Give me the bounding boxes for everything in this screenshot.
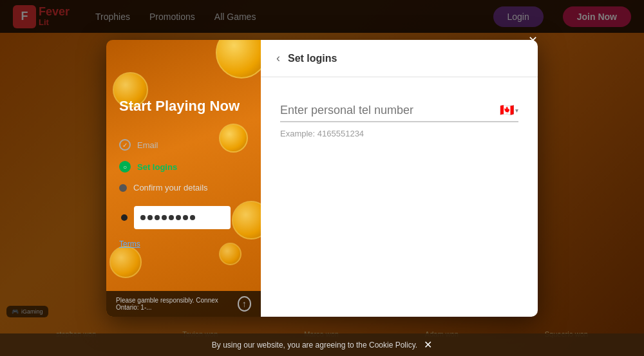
flag-icon: 🇨🇦 [500, 103, 514, 117]
gamble-bar: Please gamble responsibly. Connex Ontari… [106, 291, 261, 317]
step-set-logins: ○ Set logins [119, 156, 248, 178]
step-email-icon: ✓ [119, 139, 131, 151]
modal-left-title: Start Playing Now [119, 98, 248, 115]
cookie-bar: By using our website, you are agreeing t… [0, 333, 644, 356]
back-button[interactable]: ‹ [276, 52, 280, 65]
modal-right-panel: ‹ Set logins 🇨🇦 ▾ Example: 4165551234 [261, 40, 538, 317]
steps-list: ✓ Email ○ Set logins Confirm your detail… [119, 134, 248, 234]
modal-right-title: Set logins [288, 53, 337, 64]
step-confirm-label: Confirm your details [133, 183, 208, 192]
step-confirm: Confirm your details [119, 178, 248, 198]
terms-link[interactable]: Terms [119, 239, 248, 248]
flag-selector[interactable]: 🇨🇦 ▾ [500, 103, 518, 117]
close-button[interactable]: ✕ [528, 33, 538, 48]
step-confirm-icon [119, 184, 127, 192]
gamble-text: Please gamble responsibly. Connex Ontari… [116, 297, 238, 311]
step-email-label: Email [137, 140, 158, 150]
cookie-text: By using our website, you are agreeing t… [212, 341, 417, 350]
coin-deco-1 [216, 40, 261, 79]
phone-input[interactable] [280, 104, 495, 117]
phone-example-text: Example: 4165551234 [280, 129, 364, 138]
step-logins-icon: ○ [119, 161, 131, 173]
gamble-icon[interactable]: ↑ [238, 296, 251, 312]
phone-input-container: 🇨🇦 ▾ [280, 103, 518, 122]
cookie-close-button[interactable]: ✕ [424, 339, 432, 351]
step-logins-label: Set logins [137, 162, 177, 172]
chevron-down-icon: ▾ [515, 107, 518, 114]
modal-left-panel: Start Playing Now ✓ Email ○ Set logins C… [106, 40, 261, 317]
bullet-icon [121, 214, 128, 221]
step-email: ✓ Email [119, 134, 248, 156]
modal-right-body: 🇨🇦 ▾ Example: 4165551234 [261, 77, 538, 317]
registration-modal: Start Playing Now ✓ Email ○ Set logins C… [106, 40, 538, 317]
password-field[interactable] [134, 206, 231, 229]
modal-right-header: ‹ Set logins [261, 40, 538, 77]
step-password-row [119, 201, 248, 234]
coin-deco-5 [109, 246, 142, 278]
